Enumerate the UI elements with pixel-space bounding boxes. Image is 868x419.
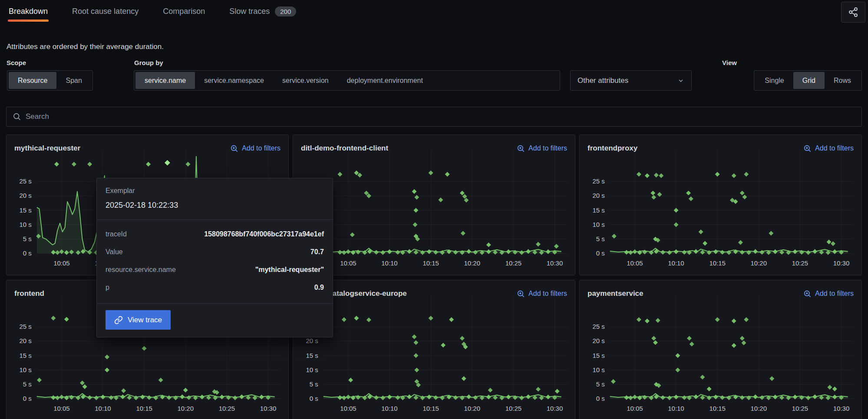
svg-text:10:20: 10:20 [751, 405, 767, 412]
svg-text:15 s: 15 s [20, 206, 32, 214]
svg-text:10:10: 10:10 [668, 405, 684, 412]
tooltip-row-service-name: resource.service.name "mythical-requeste… [106, 261, 324, 278]
share-button[interactable] [841, 2, 865, 23]
add-to-filters-label: Add to filters [815, 144, 854, 152]
panel-title: ditl-demo-frontend-client [301, 144, 388, 153]
search-icon [13, 112, 21, 121]
latency-chart[interactable]: 0 s5 s10 s15 s20 s25 s10:0510:1010:1510:… [580, 135, 861, 275]
svg-text:10:15: 10:15 [136, 405, 152, 412]
svg-text:10:25: 10:25 [219, 405, 235, 412]
add-to-filters-button[interactable]: Add to filters [803, 144, 854, 153]
tab-breakdown[interactable]: Breakdown [9, 0, 48, 23]
tab-slow-traces[interactable]: Slow traces 200 [229, 0, 296, 23]
svg-text:10:20: 10:20 [178, 405, 194, 412]
tab-root-cause-latency[interactable]: Root cause latency [72, 0, 139, 23]
groupby-label: Group by [134, 59, 163, 66]
svg-text:5 s: 5 s [596, 235, 605, 242]
scope-option-resource[interactable]: Resource [9, 72, 56, 89]
other-attributes-value: Other attributes [578, 76, 628, 85]
zoom-plus-icon [517, 144, 525, 153]
service-panel: 0 s5 s10 s15 s20 s25 s10:0510:1010:1510:… [579, 280, 862, 419]
zoom-plus-icon [517, 290, 525, 298]
svg-text:10 s: 10 s [20, 366, 32, 373]
latency-chart[interactable]: 0 s5 s10 s15 s20 s25 s10:0510:1010:1510:… [293, 280, 575, 419]
panel-header: paymentservice Add to filters [580, 280, 861, 301]
slow-traces-count-badge: 200 [275, 7, 296, 16]
tooltip-header: Exemplar 2025-02-18 10:22:33 [97, 178, 333, 220]
svg-text:20 s: 20 s [593, 192, 605, 200]
svg-text:10:15: 10:15 [709, 259, 725, 267]
add-to-filters-button[interactable]: Add to filters [517, 290, 567, 298]
svg-text:20 s: 20 s [20, 337, 32, 345]
svg-text:10:10: 10:10 [381, 259, 397, 267]
other-attributes-select[interactable]: Other attributes [570, 70, 692, 91]
svg-text:5 s: 5 s [23, 380, 32, 388]
panel-header: ditl-demo-frontend-client Add to filters [293, 135, 575, 156]
tooltip-rows: traceId 158098768bf740f006bc27317a94e1ef… [97, 220, 333, 304]
service-panel: 0 s5 s10 s15 s20 s25 s10:0510:1010:1510:… [579, 134, 862, 275]
panel-title: frontend [14, 289, 44, 298]
tab-comparison[interactable]: Comparison [163, 0, 205, 23]
groupby-group: service.name service.namespace service.v… [134, 70, 560, 91]
svg-text:10:25: 10:25 [792, 259, 808, 267]
zoom-plus-icon [803, 144, 812, 153]
add-to-filters-label: Add to filters [528, 290, 567, 298]
groupby-option-service-namespace[interactable]: service.namespace [195, 72, 273, 89]
svg-text:25 s: 25 s [20, 177, 32, 185]
tooltip-row-traceid: traceId 158098768bf740f006bc27317a94e1ef [106, 225, 324, 243]
svg-text:10 s: 10 s [306, 366, 318, 373]
tooltip-row-value: Value 70.7 [106, 243, 324, 261]
svg-text:10:20: 10:20 [751, 259, 767, 267]
svg-text:15 s: 15 s [306, 352, 318, 359]
search-input[interactable] [26, 112, 855, 121]
panel-header: frontendproxy Add to filters [580, 135, 861, 156]
svg-text:10:30: 10:30 [547, 259, 563, 267]
groupby-option-service-name[interactable]: service.name [135, 72, 195, 89]
view-option-grid[interactable]: Grid [793, 72, 825, 89]
add-to-filters-button[interactable]: Add to filters [230, 144, 281, 153]
groupby-option-service-version[interactable]: service.version [273, 72, 338, 89]
view-trace-button[interactable]: View trace [106, 310, 171, 330]
panel-title: mythical-requester [14, 144, 80, 153]
add-to-filters-button[interactable]: Add to filters [803, 290, 854, 298]
tab-label: Breakdown [9, 7, 48, 16]
tooltip-timestamp: 2025-02-18 10:22:33 [106, 201, 324, 210]
latency-chart[interactable]: 0 s5 s10 s15 s20 s25 s10:0510:1010:1510:… [293, 135, 575, 275]
tooltip-row-p: p 0.9 [106, 278, 324, 296]
svg-text:0 s: 0 s [23, 395, 32, 402]
view-trace-label: View trace [128, 316, 162, 324]
zoom-plus-icon [803, 290, 812, 298]
svg-text:10:25: 10:25 [792, 405, 808, 412]
add-to-filters-label: Add to filters [528, 144, 567, 152]
scope-option-span[interactable]: Span [56, 72, 91, 89]
svg-text:20 s: 20 s [20, 192, 32, 200]
svg-text:10 s: 10 s [593, 366, 605, 373]
svg-text:5 s: 5 s [23, 235, 32, 242]
search-box [6, 107, 862, 127]
service-panel: 0 s5 s10 s15 s20 s25 s10:0510:1010:1510:… [293, 280, 575, 419]
svg-text:10:15: 10:15 [422, 405, 439, 412]
svg-text:10:05: 10:05 [627, 259, 643, 267]
row-label: traceId [106, 230, 127, 238]
add-to-filters-button[interactable]: Add to filters [517, 144, 567, 153]
scope-label: Scope [7, 59, 26, 66]
svg-text:10 s: 10 s [20, 221, 32, 228]
zoom-plus-icon [230, 144, 238, 153]
view-option-single[interactable]: Single [756, 72, 793, 89]
view-option-rows[interactable]: Rows [825, 72, 860, 89]
svg-text:10:30: 10:30 [833, 405, 849, 412]
svg-text:5 s: 5 s [310, 380, 318, 388]
latency-chart[interactable]: 0 s5 s10 s15 s20 s25 s10:0510:1010:1510:… [580, 280, 861, 419]
view-label: View [722, 59, 737, 66]
row-label: p [106, 284, 109, 291]
add-to-filters-label: Add to filters [815, 290, 854, 298]
svg-text:10:10: 10:10 [668, 259, 684, 267]
service-panel: 0 s5 s10 s15 s20 s25 s10:0510:1010:1510:… [293, 134, 575, 275]
panel-title: paymentservice [587, 289, 644, 298]
svg-text:10:05: 10:05 [340, 405, 356, 412]
row-label: Value [106, 248, 123, 256]
groupby-option-deployment-environment[interactable]: deployment.environment [338, 72, 432, 89]
svg-text:10:25: 10:25 [505, 259, 521, 267]
tooltip-series-label: Exemplar [106, 187, 324, 195]
tab-label: Root cause latency [72, 7, 139, 16]
